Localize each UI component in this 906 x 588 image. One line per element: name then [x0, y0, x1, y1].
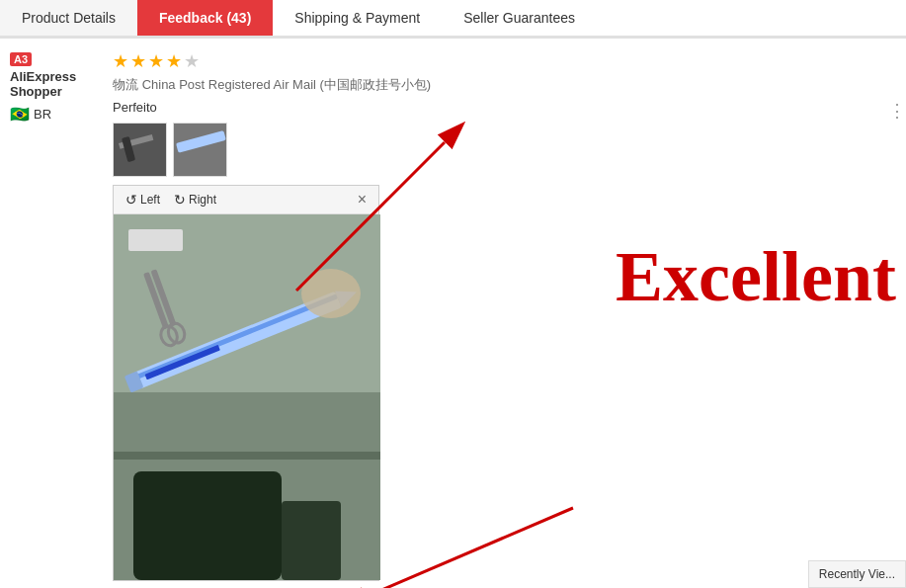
feedback-content: ⋮ A3 AliExpressShopper 🇧🇷 BR ★ ★ ★ ★ ★	[0, 39, 906, 588]
more-options-button[interactable]: ⋮	[888, 100, 906, 122]
star-4: ★	[166, 50, 182, 72]
rotate-left-label: Left	[140, 193, 160, 207]
rotate-right-button[interactable]: ↻ Right	[170, 190, 220, 210]
thumbnail-1[interactable]	[113, 123, 167, 177]
recently-viewed-button[interactable]: Recently Vie...	[808, 560, 906, 588]
image-viewer: ↺ Left ↻ Right ×	[113, 185, 379, 581]
reviewer-country: 🇧🇷 BR	[10, 105, 99, 124]
viewer-image-inner	[114, 214, 380, 580]
svg-rect-19	[114, 452, 380, 460]
svg-rect-0	[114, 124, 167, 177]
tab-feedback[interactable]: Feedback (43)	[137, 0, 273, 36]
star-rating: ★ ★ ★ ★ ★	[113, 50, 896, 72]
tab-seller-guarantees[interactable]: Seller Guarantees	[442, 0, 597, 36]
svg-rect-7	[128, 229, 183, 251]
svg-point-20	[301, 269, 361, 318]
reviewer-info: A3 AliExpressShopper 🇧🇷 BR	[10, 50, 99, 581]
rotate-left-icon: ↺	[125, 192, 137, 208]
review-thumbnails	[113, 123, 896, 177]
tab-product-details[interactable]: Product Details	[0, 0, 137, 36]
rotate-left-button[interactable]: ↺ Left	[122, 190, 164, 210]
flag-brazil-icon: 🇧🇷	[10, 105, 30, 124]
star-2: ★	[130, 50, 146, 72]
svg-rect-18	[282, 501, 341, 580]
star-3: ★	[148, 50, 164, 72]
viewer-image-area	[114, 214, 380, 580]
reviewer-badge: A3	[10, 52, 32, 66]
shipping-label: 物流	[113, 77, 138, 92]
star-1: ★	[113, 50, 128, 72]
shipping-info: 物流 China Post Registered Air Mail (中国邮政挂…	[113, 76, 896, 94]
viewer-toolbar: ↺ Left ↻ Right ×	[114, 186, 378, 214]
rotate-right-label: Right	[189, 193, 216, 207]
rotate-right-icon: ↻	[174, 192, 186, 208]
thumbnail-2[interactable]	[173, 123, 227, 177]
reviewer-name: AliExpressShopper	[10, 69, 99, 99]
svg-rect-17	[133, 471, 282, 580]
star-5: ★	[184, 50, 200, 72]
tab-shipping-payment[interactable]: Shipping & Payment	[273, 0, 442, 36]
review-text: Perfeito	[113, 100, 896, 115]
close-viewer-button[interactable]: ×	[354, 191, 371, 209]
shipping-value: China Post Registered Air Mail (中国邮政挂号小包…	[142, 77, 432, 92]
excellent-label: Excellent	[616, 236, 896, 318]
country-code: BR	[34, 107, 51, 122]
tab-bar: Product Details Feedback (43) Shipping &…	[0, 0, 906, 39]
